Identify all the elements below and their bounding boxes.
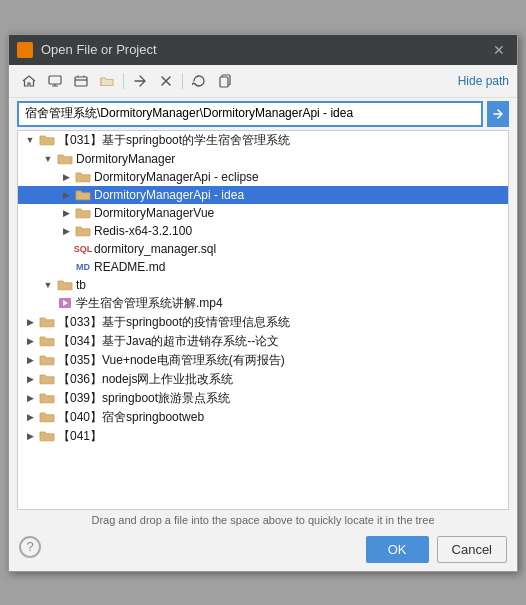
path-row (9, 98, 517, 130)
tree-item[interactable]: ▶ 【036】nodejs网上作业批改系统 (18, 370, 508, 389)
path-input[interactable] (17, 101, 483, 127)
hide-path-link[interactable]: Hide path (458, 74, 509, 88)
tree-item[interactable]: ▶ Redis-x64-3.2.100 (18, 222, 508, 240)
tree-item[interactable]: ▶ 【034】基于Java的超市进销存系统--论文 (18, 332, 508, 351)
tree-item-label: DormitoryManager (76, 152, 175, 166)
cancel-button[interactable]: Cancel (437, 536, 507, 563)
tree-item-label: dormitory_manager.sql (94, 242, 216, 256)
tree-wrapper: ▼ 【031】基于springboot的学生宿舍管理系统 ▼ Dormitory… (17, 130, 509, 510)
toolbar-separator-2 (182, 73, 183, 89)
tree-item-label: 学生宿舍管理系统讲解.mp4 (76, 295, 223, 312)
tree-item-label: DormitoryManagerVue (94, 206, 214, 220)
tree-item[interactable]: ▶ 【035】Vue+node电商管理系统(有两报告) (18, 351, 508, 370)
ok-button[interactable]: OK (366, 536, 429, 563)
folder2-button[interactable] (95, 69, 119, 93)
copy-path-button[interactable] (213, 69, 237, 93)
tree-item-label: DormitoryManagerApi - eclipse (94, 170, 259, 184)
tree-item[interactable]: ▶ 【040】宿舍springbootweb (18, 408, 508, 427)
tree-item[interactable]: ▶ 【039】springboot旅游景点系统 (18, 389, 508, 408)
open-file-dialog: Open File or Project ✕ (8, 34, 518, 572)
toolbar-separator-1 (123, 73, 124, 89)
tree-item-label: 【041】 (58, 428, 102, 445)
help-button[interactable]: ? (19, 536, 41, 558)
home-button[interactable] (17, 69, 41, 93)
tree-item[interactable]: ▶ 【041】 (18, 427, 508, 446)
tree-item-label: tb (76, 278, 86, 292)
tree-item-label: 【033】基于springboot的疫情管理信息系统 (58, 314, 290, 331)
tree-item-label: 【039】springboot旅游景点系统 (58, 390, 230, 407)
tree-item[interactable]: SQL dormitory_manager.sql (18, 240, 508, 258)
svg-rect-3 (220, 77, 228, 87)
tree-item[interactable]: ▶ DormitoryManagerVue (18, 204, 508, 222)
tree-item[interactable]: MD README.md (18, 258, 508, 276)
svg-rect-1 (75, 77, 87, 86)
tree-item-label: Redis-x64-3.2.100 (94, 224, 192, 238)
dialog-title: Open File or Project (41, 42, 481, 57)
tree-item-label: 【040】宿舍springbootweb (58, 409, 204, 426)
file-tree[interactable]: ▼ 【031】基于springboot的学生宿舍管理系统 ▼ Dormitory… (17, 130, 509, 510)
tree-item[interactable]: ▼ DormitoryManager (18, 150, 508, 168)
titlebar: Open File or Project ✕ (9, 35, 517, 65)
toolbar: Hide path (9, 65, 517, 98)
tree-item[interactable]: ▶ DormitoryManagerApi - eclipse (18, 168, 508, 186)
hint-bar: Drag and drop a file into the space abov… (9, 510, 517, 530)
delete-button[interactable] (154, 69, 178, 93)
tree-item-label: DormitoryManagerApi - idea (94, 188, 244, 202)
close-button[interactable]: ✕ (489, 43, 509, 57)
tree-item[interactable]: ▼ 【031】基于springboot的学生宿舍管理系统 (18, 131, 508, 150)
svg-rect-0 (49, 76, 61, 84)
tree-item-label: 【035】Vue+node电商管理系统(有两报告) (58, 352, 285, 369)
desktop-button[interactable] (43, 69, 67, 93)
button-row: ? OK Cancel (9, 530, 517, 571)
tree-item[interactable]: ▶ DormitoryManagerApi - idea (18, 186, 508, 204)
navigate-button[interactable] (128, 69, 152, 93)
path-go-button[interactable] (487, 101, 509, 127)
tree-item-label: 【031】基于springboot的学生宿舍管理系统 (58, 132, 290, 149)
tree-item[interactable]: ▼ tb (18, 276, 508, 294)
tree-item-label: 【034】基于Java的超市进销存系统--论文 (58, 333, 279, 350)
tree-item[interactable]: ▶ 【033】基于springboot的疫情管理信息系统 (18, 313, 508, 332)
tree-item-label: README.md (94, 260, 165, 274)
app-icon (17, 42, 33, 58)
refresh-button[interactable] (187, 69, 211, 93)
tree-item-label: 【036】nodejs网上作业批改系统 (58, 371, 233, 388)
project-button[interactable] (69, 69, 93, 93)
tree-item[interactable]: 学生宿舍管理系统讲解.mp4 (18, 294, 508, 313)
